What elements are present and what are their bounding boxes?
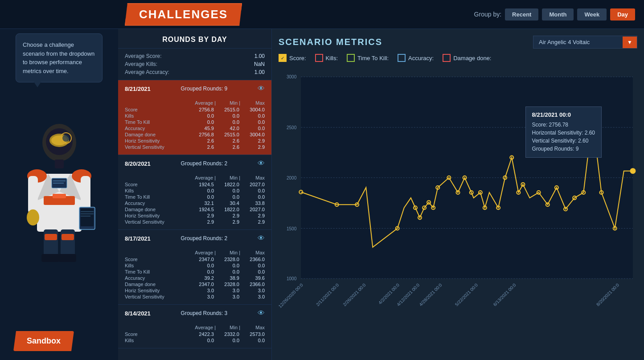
avg-score-label: Average Score:	[125, 53, 162, 59]
svg-text:4/28/2021 00:0: 4/28/2021 00:0	[418, 282, 443, 307]
chart-area: .grid-line { stroke: #2a4060; stroke-wid…	[279, 66, 637, 316]
stat-acc-0821: Accuracy 45.9 42.0 0.0	[125, 125, 265, 131]
svg-text:2500: 2500	[287, 125, 297, 130]
scenario-dropdown[interactable]: Air Angelic 4 Voltaic ▼	[533, 36, 637, 49]
day-group-0817: 8/17/2021 Grouped Rounds: 2 👁 Average | …	[118, 230, 271, 305]
accuracy-checkbox[interactable]	[398, 54, 406, 62]
day-header-0814[interactable]: 8/14/2021 Grouped Rounds: 3 👁	[118, 305, 271, 322]
day-stats-0820: Average | Min | Max Score 1924.5 1822.0 …	[118, 172, 271, 229]
legend-accuracy-label: Accuracy:	[408, 55, 434, 61]
stats-header-0820: Average | Min | Max	[125, 174, 265, 181]
group-by-section: Group by: Recent Month Week Day	[474, 8, 635, 20]
legend-kills-label: Kills:	[326, 55, 338, 61]
day-stats-0814: Average | Min | Max Score 2422.3 2332.0 …	[118, 322, 271, 348]
sandbox-button[interactable]: Sandbox	[13, 331, 74, 351]
day-header-0821[interactable]: 8/21/2021 Grouped Rounds: 9 👁	[118, 80, 271, 97]
day-grouped-0820: Grouped Rounds: 2	[181, 160, 228, 167]
score-checkbox[interactable]: ✓	[279, 54, 287, 62]
svg-rect-27	[45, 234, 57, 240]
eye-icon-0817[interactable]: 👁	[258, 234, 265, 242]
chart-title: SCENARIO METRICS	[279, 37, 382, 47]
avg-accuracy-row: Average Accuracy: 1.00	[125, 68, 265, 76]
svg-rect-4	[53, 194, 66, 198]
group-by-label: Group by:	[474, 11, 501, 18]
svg-rect-11	[55, 160, 64, 168]
avg-kills-value: NaN	[254, 61, 265, 67]
svg-point-73	[630, 168, 636, 174]
averages-section: Average Score: 1.00 Average Kills: NaN A…	[118, 49, 271, 80]
left-panel: Choose a challenge scenario from the dro…	[0, 29, 118, 360]
week-button[interactable]: Week	[577, 8, 607, 20]
stat-vert-0821: Vertical Sensitivity 2.6 2.6 2.9	[125, 144, 265, 150]
avg-score-value: 1.00	[254, 53, 265, 59]
legend-score-label: Score:	[289, 55, 306, 61]
day-date-0817: 8/17/2021	[125, 235, 151, 242]
svg-text:3000: 3000	[287, 74, 297, 79]
stat-dmg-0821: Damage done 2756.8 2515.0 3004.0	[125, 131, 265, 138]
avg-accuracy-value: 1.00	[254, 69, 265, 75]
info-bubble: Choose a challenge scenario from the dro…	[16, 33, 103, 82]
day-stats-0817: Average | Min | Max Score 2347.0 2328.0 …	[118, 247, 271, 304]
svg-text:1000: 1000	[287, 276, 297, 281]
legend-damage: Damage done:	[443, 54, 491, 62]
middle-panel: ROUNDS BY DAY Average Score: 1.00 Averag…	[118, 29, 272, 360]
svg-point-16	[27, 209, 39, 225]
day-grouped-0814: Grouped Rounds: 3	[181, 310, 228, 316]
day-button[interactable]: Day	[610, 8, 635, 20]
svg-rect-25	[41, 254, 59, 262]
challenges-title: CHALLENGES	[125, 3, 242, 26]
damage-checkbox[interactable]	[443, 54, 451, 62]
dropdown-arrow-icon[interactable]: ▼	[623, 37, 637, 48]
svg-rect-19	[81, 209, 94, 226]
info-text: Choose a challenge scenario from the dro…	[23, 41, 94, 74]
header: CHALLENGES Group by: Recent Month Week D…	[0, 0, 644, 29]
day-group-0820: 8/20/2021 Grouped Rounds: 2 👁 Average | …	[118, 155, 271, 230]
eye-icon-0820[interactable]: 👁	[258, 160, 265, 168]
svg-text:8/20/2021 00:0: 8/20/2021 00:0	[595, 282, 620, 307]
svg-text:1500: 1500	[287, 226, 297, 231]
legend-damage-label: Damage done:	[453, 55, 491, 61]
day-group-0821: 8/21/2021 Grouped Rounds: 9 👁 Average | …	[118, 80, 271, 155]
svg-rect-26	[58, 254, 76, 262]
right-panel: SCENARIO METRICS Air Angelic 4 Voltaic ▼…	[272, 29, 644, 360]
svg-text:5/22/2021 00:0: 5/22/2021 00:0	[454, 282, 479, 307]
svg-text:6/13/2021 00:0: 6/13/2021 00:0	[492, 282, 517, 307]
avg-kills-row: Average Kills: NaN	[125, 60, 265, 68]
stat-score-0821: Score 2756.8 2515.0 3004.0	[125, 106, 265, 113]
recent-button[interactable]: Recent	[505, 8, 538, 20]
eye-icon-0814[interactable]: 👁	[258, 309, 265, 317]
month-button[interactable]: Month	[542, 8, 574, 20]
day-grouped-0821: Grouped Rounds: 9	[181, 86, 228, 92]
legend-kills: Kills:	[315, 54, 338, 62]
svg-rect-28	[62, 234, 74, 240]
day-grouped-0817: Grouped Rounds: 2	[181, 235, 228, 241]
svg-text:12/26/2020 00:0: 12/26/2020 00:0	[279, 282, 304, 309]
timetokill-checkbox[interactable]	[347, 54, 355, 62]
character-illustration	[12, 94, 106, 263]
kills-checkbox[interactable]	[315, 54, 323, 62]
stats-header-0821: Average | Min | Max	[125, 99, 265, 106]
day-stats-0821: Average | Min | Max Score 2756.8 2515.0 …	[118, 97, 271, 155]
avg-kills-label: Average Kills:	[125, 61, 157, 67]
eye-icon-0821[interactable]: 👁	[258, 85, 265, 93]
svg-text:2/26/2021 00:0: 2/26/2021 00:0	[342, 282, 366, 307]
avg-score-row: Average Score: 1.00	[125, 52, 265, 60]
day-header-0820[interactable]: 8/20/2021 Grouped Rounds: 2 👁	[118, 155, 271, 172]
stat-ttk-0821: Time To Kill 0.0 0.0 0.0	[125, 119, 265, 125]
legend-ttk: Time To Kill:	[347, 54, 389, 62]
day-header-0817[interactable]: 8/17/2021 Grouped Rounds: 2 👁	[118, 230, 271, 247]
svg-text:2/11/2021 00:0: 2/11/2021 00:0	[315, 282, 340, 307]
legend-ttk-label: Time To Kill:	[357, 55, 389, 61]
day-date-0820: 8/20/2021	[125, 160, 151, 167]
scenario-text: Air Angelic 4 Voltaic	[533, 36, 623, 48]
day-date-0821: 8/21/2021	[125, 86, 151, 92]
chart-svg: .grid-line { stroke: #2a4060; stroke-wid…	[279, 66, 637, 316]
legend-score: ✓ Score:	[279, 54, 306, 62]
challenges-title-wrap: CHALLENGES	[125, 3, 242, 26]
day-date-0814: 8/14/2021	[125, 310, 151, 317]
avg-accuracy-label: Average Accuracy:	[125, 69, 169, 75]
rounds-header: ROUNDS BY DAY	[118, 29, 271, 49]
day-group-0814: 8/14/2021 Grouped Rounds: 3 👁 Average | …	[118, 305, 271, 348]
chart-legend: ✓ Score: Kills: Time To Kill: Accuracy: …	[279, 54, 637, 62]
legend-accuracy: Accuracy:	[398, 54, 434, 62]
